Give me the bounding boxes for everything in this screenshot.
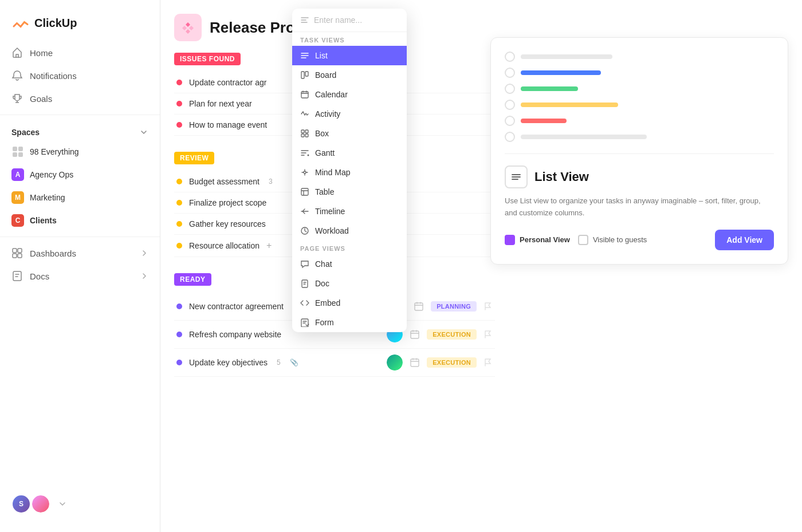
mind-map-label: Mind Map bbox=[315, 168, 350, 177]
sidebar: ClickUp Home Notifications Goals Spaces bbox=[0, 0, 160, 532]
gantt-icon bbox=[300, 148, 309, 157]
everything-label: 98 Everything bbox=[30, 147, 79, 156]
sidebar-item-dashboards[interactable]: Dashboards bbox=[0, 242, 160, 265]
sidebar-item-notifications[interactable]: Notifications bbox=[0, 64, 160, 87]
chevron-down-icon bbox=[139, 128, 148, 137]
calendar-icon bbox=[414, 301, 424, 312]
calendar-view-icon bbox=[300, 90, 309, 99]
dropdown-item-workload[interactable]: Workload bbox=[292, 221, 407, 241]
svg-rect-8 bbox=[13, 271, 21, 281]
svg-rect-10 bbox=[411, 331, 419, 338]
sidebar-item-clients[interactable]: C Clients bbox=[0, 209, 160, 232]
flag-icon2 bbox=[483, 330, 493, 339]
dashboards-label: Dashboards bbox=[30, 249, 76, 258]
app-name: ClickUp bbox=[34, 17, 77, 30]
agency-ops-label: Agency Ops bbox=[30, 170, 73, 179]
issues-badge: ISSUES FOUND bbox=[174, 53, 241, 65]
add-task-btn[interactable]: + bbox=[266, 241, 272, 251]
doc-label: Doc bbox=[315, 279, 329, 288]
dropdown-item-activity[interactable]: Activity bbox=[292, 104, 407, 124]
marketing-icon: M bbox=[11, 191, 24, 204]
dropdown-item-box[interactable]: Box bbox=[292, 124, 407, 143]
task-dot-yellow bbox=[176, 221, 182, 227]
dropdown-item-mind-map[interactable]: Mind Map bbox=[292, 163, 407, 182]
view-name-input[interactable] bbox=[314, 15, 407, 25]
list-lines-icon bbox=[300, 15, 309, 25]
chevron-down-user-icon bbox=[58, 500, 66, 508]
calendar-icon2 bbox=[410, 329, 420, 340]
sidebar-item-agency-ops[interactable]: A Agency Ops bbox=[0, 163, 160, 186]
list-view-section: List View Use List view to organize your… bbox=[505, 153, 774, 250]
task-dot-purple bbox=[176, 304, 182, 309]
svg-rect-16 bbox=[305, 130, 308, 133]
task-dot-red bbox=[176, 122, 182, 128]
user-avatar-s: S bbox=[11, 494, 31, 514]
svg-rect-11 bbox=[411, 359, 419, 367]
dropdown-item-board[interactable]: Board bbox=[292, 65, 407, 85]
logo-area: ClickUp bbox=[0, 9, 160, 41]
sidebar-item-home[interactable]: Home bbox=[0, 41, 160, 64]
planning-badge: PLANNING bbox=[431, 301, 477, 312]
dropdown-item-list[interactable]: List bbox=[292, 46, 407, 65]
task-label: Resource allocation bbox=[189, 241, 260, 250]
task-item[interactable]: Update key objectives 5 📎 EXECUTION bbox=[174, 349, 495, 377]
task-dot-red bbox=[176, 80, 182, 85]
task-dot-purple bbox=[176, 360, 182, 365]
list-label: List bbox=[315, 51, 328, 60]
home-label: Home bbox=[30, 48, 53, 58]
add-view-dropdown: TASK VIEWS List Board Calendar bbox=[292, 9, 407, 332]
dashboards-icon bbox=[11, 247, 23, 259]
task-extras: 3 bbox=[269, 178, 273, 186]
visible-guests-option[interactable]: Visible to guests bbox=[578, 235, 647, 245]
dropdown-item-calendar[interactable]: Calendar bbox=[292, 85, 407, 104]
task-label: Plan for next year bbox=[189, 99, 252, 108]
agency-ops-icon: A bbox=[11, 168, 24, 181]
user-area[interactable]: S bbox=[0, 485, 160, 523]
svg-rect-9 bbox=[415, 303, 423, 310]
project-icon-box bbox=[174, 14, 202, 41]
task-label: How to manage event bbox=[189, 120, 267, 129]
board-label: Board bbox=[315, 70, 336, 80]
dropdown-search-area bbox=[292, 9, 407, 32]
box-icon bbox=[300, 129, 309, 138]
list-view-description: Use List view to organize your tasks in … bbox=[505, 195, 774, 219]
task-clip-icon: 📎 bbox=[290, 358, 298, 367]
sidebar-item-goals[interactable]: Goals bbox=[0, 87, 160, 110]
list-lines-icon2 bbox=[510, 171, 522, 183]
personal-view-checkbox bbox=[505, 235, 515, 245]
preview-circle bbox=[505, 116, 515, 126]
dropdown-item-timeline[interactable]: Timeline bbox=[292, 202, 407, 221]
trophy-icon bbox=[11, 93, 23, 104]
svg-rect-21 bbox=[301, 188, 308, 195]
svg-rect-4 bbox=[13, 249, 17, 253]
dropdown-item-table[interactable]: Table bbox=[292, 182, 407, 202]
svg-rect-5 bbox=[18, 249, 22, 253]
preview-circle bbox=[505, 68, 515, 78]
board-icon bbox=[300, 70, 309, 80]
project-icon bbox=[180, 19, 196, 36]
preview-bar bbox=[521, 54, 612, 59]
docs-icon bbox=[11, 270, 23, 282]
task-dot-yellow bbox=[176, 243, 182, 249]
dropdown-item-embed[interactable]: Embed bbox=[292, 293, 407, 313]
workload-icon bbox=[300, 226, 309, 235]
everything-icon bbox=[11, 145, 24, 158]
svg-rect-15 bbox=[301, 130, 304, 133]
task-label: Refresh company website bbox=[189, 330, 281, 339]
sidebar-item-marketing[interactable]: M Marketing bbox=[0, 186, 160, 209]
personal-view-option[interactable]: Personal View bbox=[505, 235, 570, 245]
ready-badge: READY bbox=[174, 273, 211, 286]
task-dot-red bbox=[176, 101, 182, 107]
dropdown-item-gantt[interactable]: Gantt bbox=[292, 143, 407, 163]
dropdown-item-form[interactable]: Form bbox=[292, 313, 407, 332]
sidebar-item-docs[interactable]: Docs bbox=[0, 265, 160, 287]
form-icon bbox=[300, 318, 309, 327]
add-view-button[interactable]: Add View bbox=[715, 230, 774, 250]
dropdown-item-doc[interactable]: Doc bbox=[292, 274, 407, 293]
sidebar-item-everything[interactable]: 98 Everything bbox=[0, 140, 160, 163]
timeline-label: Timeline bbox=[315, 207, 345, 216]
dropdown-item-chat[interactable]: Chat bbox=[292, 254, 407, 274]
task-label: New contractor agreement bbox=[189, 302, 284, 311]
execution-badge: EXECUTION bbox=[427, 329, 477, 340]
svg-rect-2 bbox=[13, 152, 17, 157]
